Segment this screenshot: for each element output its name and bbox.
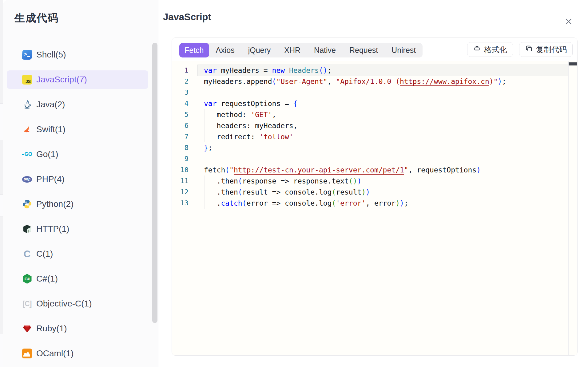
code-line-content: .catch(error => console.log('error', err… <box>198 198 568 209</box>
tab-request[interactable]: Request <box>343 43 385 57</box>
code-line-content <box>198 153 568 164</box>
editor-scrollbar-thumb[interactable] <box>569 62 577 65</box>
code-line-content: fetch("http://test-cn.your-api-server.co… <box>198 164 568 176</box>
sidebar-item-javascript[interactable]: JSJavaScript(7) <box>7 70 148 89</box>
sidebar-item-c-[interactable]: C#C#(1) <box>7 270 148 288</box>
code-line-content: headers: myHeaders, <box>198 120 568 131</box>
dialog-title: 生成代码 <box>14 11 59 25</box>
format-icon <box>473 45 481 54</box>
ocaml-icon <box>22 349 32 358</box>
code-card: FetchAxiosjQueryXHRNativeRequestUnirest … <box>172 37 578 356</box>
copy-button-label: 复制代码 <box>536 45 567 55</box>
code-line-content: var requestOptions = { <box>198 98 568 109</box>
code-line: 1var myHeaders = new Headers(); <box>172 65 577 76</box>
javascript-icon: JS <box>22 75 32 85</box>
ruby-icon <box>22 324 32 333</box>
code-line: 12 .then(result => console.log(result)) <box>172 187 577 198</box>
http-icon: $ <box>22 224 32 234</box>
language-label: PHP(4) <box>36 174 65 184</box>
code-line-content: }; <box>198 142 568 153</box>
tab-native[interactable]: Native <box>307 43 343 57</box>
go-icon: GO <box>22 149 32 159</box>
code-line-content: var myHeaders = new Headers(); <box>198 65 568 76</box>
code-line: 2myHeaders.append("User-Agent", "Apifox/… <box>172 76 577 87</box>
code-editor: 1var myHeaders = new Headers();2myHeader… <box>172 61 577 356</box>
code-line-content: myHeaders.append("User-Agent", "Apifox/1… <box>198 76 568 87</box>
language-label: Java(2) <box>36 100 65 109</box>
code-line-content: method: 'GET', <box>198 109 568 120</box>
close-button[interactable] <box>562 15 576 29</box>
line-number: 3 <box>172 87 198 98</box>
tab-xhr[interactable]: XHR <box>277 43 307 57</box>
toolbar-actions: 格式化 复制代码 <box>467 42 573 57</box>
language-label: Go(1) <box>36 149 58 159</box>
sidebar-item-ruby[interactable]: Ruby(1) <box>7 319 148 338</box>
sidebar-item-c[interactable]: CC(1) <box>7 245 148 263</box>
swift-icon <box>22 124 32 134</box>
code-line-content: .then(result => console.log(result)) <box>198 187 568 198</box>
code-line: 4var requestOptions = { <box>172 98 577 109</box>
code-toolbar: FetchAxiosjQueryXHRNativeRequestUnirest … <box>172 38 577 61</box>
line-number: 5 <box>172 109 198 120</box>
sidebar-item-objective-c[interactable]: [C]Objective-C(1) <box>7 294 148 313</box>
tab-jquery[interactable]: jQuery <box>241 43 278 57</box>
format-button[interactable]: 格式化 <box>467 42 513 57</box>
underlying-page-fragment <box>0 334 3 367</box>
sidebar-scrollbar-thumb[interactable] <box>152 43 157 323</box>
language-label: Objective-C(1) <box>36 299 92 309</box>
php-icon: php <box>22 174 32 184</box>
java-icon <box>22 100 32 109</box>
sidebar-item-swift[interactable]: Swift(1) <box>7 120 148 139</box>
copy-icon <box>525 45 533 54</box>
language-label: C(1) <box>36 249 53 259</box>
underlying-page-fragment <box>0 194 3 216</box>
code-line: 10fetch("http://test-cn.your-api-server.… <box>172 164 577 176</box>
line-number: 11 <box>172 176 198 187</box>
line-number: 1 <box>172 65 198 76</box>
sidebar-item-ocaml[interactable]: OCaml(1) <box>7 344 148 363</box>
language-label: OCaml(1) <box>36 349 74 358</box>
copy-code-button[interactable]: 复制代码 <box>519 42 573 57</box>
line-number: 4 <box>172 98 198 109</box>
line-number: 7 <box>172 131 198 142</box>
tab-axios[interactable]: Axios <box>209 43 241 57</box>
language-label: Swift(1) <box>36 124 66 134</box>
sidebar-item-http[interactable]: $HTTP(1) <box>7 220 148 238</box>
close-icon <box>564 17 573 27</box>
tab-unirest[interactable]: Unirest <box>385 43 423 57</box>
language-label: Python(2) <box>36 199 74 209</box>
objective-c-icon: [C] <box>22 299 32 309</box>
underlying-page-fragment <box>0 103 3 140</box>
underlying-page-edge <box>0 0 3 367</box>
language-label: Shell(5) <box>36 50 66 60</box>
language-list: >Shell(5)JSJavaScript(7)Java(2)Swift(1)G… <box>3 45 158 367</box>
sidebar-item-go[interactable]: GOGo(1) <box>7 145 148 164</box>
panel-title: JavaScript <box>163 12 211 23</box>
svg-text:$: $ <box>28 230 29 232</box>
line-number: 8 <box>172 142 198 153</box>
code-line: 11 .then(response => response.text()) <box>172 176 577 187</box>
sidebar-item-java[interactable]: Java(2) <box>7 95 148 114</box>
line-number: 6 <box>172 120 198 131</box>
line-number: 10 <box>172 164 198 176</box>
code-line: 6 headers: myHeaders, <box>172 120 577 131</box>
sidebar-item-php[interactable]: phpPHP(4) <box>7 170 148 188</box>
code-line-content <box>198 87 568 98</box>
sidebar-item-python[interactable]: Python(2) <box>7 195 148 213</box>
code-line: 8}; <box>172 142 577 153</box>
code-line: 7 redirect: 'follow' <box>172 131 577 142</box>
format-button-label: 格式化 <box>484 45 507 55</box>
language-label: Ruby(1) <box>36 324 67 333</box>
code-line: 5 method: 'GET', <box>172 109 577 120</box>
c-icon: C <box>22 249 32 259</box>
code-line: 3 <box>172 87 577 98</box>
python-icon <box>22 199 32 209</box>
line-number: 13 <box>172 198 198 209</box>
sidebar-item-shell[interactable]: >Shell(5) <box>7 45 148 64</box>
language-sidebar: 生成代码 >Shell(5)JSJavaScript(7)Java(2)Swif… <box>3 0 158 367</box>
language-label: JavaScript(7) <box>36 75 87 85</box>
tab-fetch[interactable]: Fetch <box>179 43 209 57</box>
language-label: HTTP(1) <box>36 224 69 234</box>
line-number: 12 <box>172 187 198 198</box>
code-line: 13 .catch(error => console.log('error', … <box>172 198 577 209</box>
